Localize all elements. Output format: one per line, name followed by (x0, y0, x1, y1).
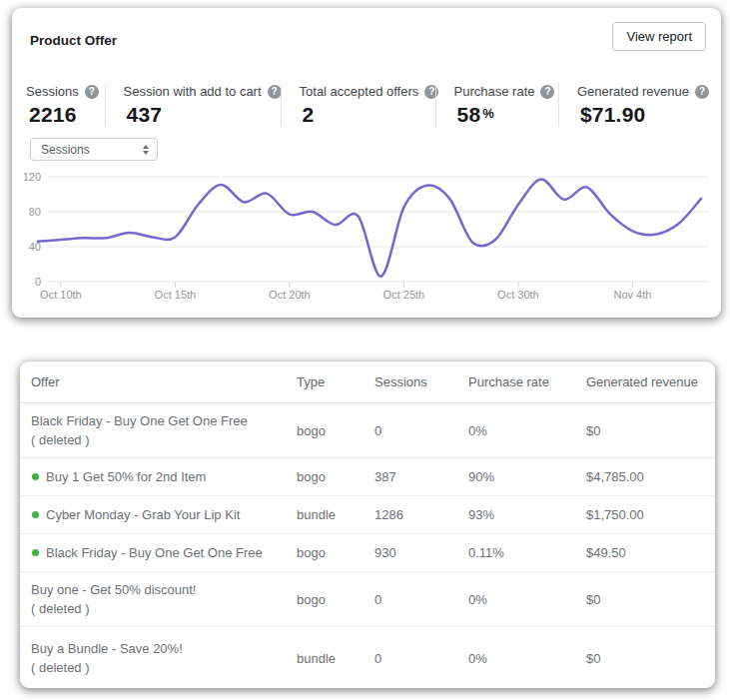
offer-cell: Buy 1 Get 50% for 2nd Item (31, 467, 297, 486)
metric-value: 437 (124, 103, 281, 127)
type-cell: bundle (297, 507, 374, 522)
metric-generated-revenue: Generated revenue ? $71.90 (558, 84, 709, 127)
revenue-cell: $0 (586, 592, 705, 607)
help-icon[interactable]: ? (695, 85, 709, 99)
purchase-rate-cell: 93% (468, 507, 586, 522)
deleted-label: ( deleted ) (31, 430, 248, 449)
y-axis-label: 80 (29, 206, 41, 218)
y-axis-label: 0 (35, 276, 41, 288)
metric-value: 58% (454, 103, 558, 127)
sessions-cell: 387 (374, 469, 468, 484)
metric-value: 2216 (26, 103, 105, 127)
offer-name: Cyber Monday - Grab Your Lip Kit (46, 505, 240, 524)
metric-label: Sessions (26, 84, 79, 99)
active-status-dot (32, 473, 39, 480)
column-header-sessions: Sessions (374, 374, 468, 389)
offer-row: Buy a Bundle - Save 20%!( deleted )bundl… (20, 627, 715, 689)
sessions-cell: 0 (374, 592, 468, 607)
card-header: Product Offer View report (12, 8, 721, 51)
table-header-row: OfferTypeSessionsPurchase rateGenerated … (20, 361, 715, 403)
x-axis-label: Oct 15th (155, 289, 197, 301)
metric-label: Total accepted offers (300, 84, 419, 99)
column-header-generated-revenue: Generated revenue (586, 374, 705, 389)
help-icon[interactable]: ? (268, 85, 282, 99)
type-cell: bogo (297, 469, 374, 484)
metrics-row: Sessions ? 2216 Session with add to cart… (26, 84, 709, 127)
help-icon[interactable]: ? (85, 85, 99, 99)
column-header-type: Type (297, 374, 374, 389)
table-body: Black Friday - Buy One Get One Free( del… (20, 403, 715, 689)
page-title: Product Offer (30, 22, 117, 48)
active-status-dot (32, 511, 39, 518)
revenue-cell: $0 (586, 423, 705, 438)
metric-accepted-offers: Total accepted offers ? 2 (281, 84, 435, 127)
type-cell: bogo (297, 545, 374, 560)
offer-cell: Black Friday - Buy One Get One Free( del… (31, 411, 297, 449)
offer-name: Buy one - Get 50% discount!( deleted ) (31, 580, 196, 618)
metric-add-to-cart: Session with add to cart ? 437 (105, 84, 281, 127)
product-offer-card: Product Offer View report Sessions ? 221… (12, 8, 721, 318)
type-cell: bundle (297, 651, 374, 666)
metric-sessions: Sessions ? 2216 (26, 84, 105, 127)
offer-name: Black Friday - Buy One Get One Free (46, 543, 263, 562)
purchase-rate-cell: 90% (468, 469, 586, 484)
x-axis-label: Oct 30th (497, 289, 539, 301)
revenue-cell: $0 (586, 651, 705, 666)
sessions-cell: 0 (374, 651, 468, 666)
sessions-cell: 0 (374, 423, 468, 438)
type-cell: bogo (297, 592, 374, 607)
metric-label: Session with add to cart (124, 84, 262, 99)
select-updown-icon (143, 145, 149, 155)
chart-metric-select[interactable]: Sessions (30, 138, 158, 161)
offer-row: Buy one - Get 50% discount!( deleted )bo… (20, 572, 715, 627)
offer-row: Buy 1 Get 50% for 2nd Itembogo38790%$4,7… (20, 458, 715, 496)
purchase-rate-cell: 0% (468, 651, 586, 666)
deleted-label: ( deleted ) (31, 599, 196, 618)
purchase-rate-cell: 0% (468, 592, 586, 607)
view-report-button[interactable]: View report (612, 22, 706, 51)
x-axis-label: Oct 10th (40, 289, 82, 301)
metric-value: $71.90 (577, 103, 709, 127)
sessions-series-line (38, 180, 701, 277)
offer-cell: Black Friday - Buy One Get One Free (31, 543, 297, 562)
offer-name: Black Friday - Buy One Get One Free( del… (31, 411, 248, 449)
x-axis-label: Oct 20th (269, 289, 311, 301)
metric-value: 2 (300, 103, 435, 127)
deleted-label: ( deleted ) (31, 658, 183, 677)
offer-row: Black Friday - Buy One Get One Free( del… (20, 403, 715, 458)
x-axis-label: Nov 4th (613, 289, 651, 301)
y-axis-label: 120 (24, 171, 41, 183)
active-status-dot (32, 549, 39, 556)
purchase-rate-cell: 0% (468, 423, 586, 438)
offer-row: Black Friday - Buy One Get One Freebogo9… (20, 534, 715, 572)
type-cell: bogo (297, 423, 374, 438)
help-icon[interactable]: ? (540, 85, 554, 99)
revenue-cell: $49.50 (586, 545, 705, 560)
offers-table-card: OfferTypeSessionsPurchase rateGenerated … (20, 361, 715, 688)
offer-cell: Buy one - Get 50% discount!( deleted ) (31, 580, 297, 618)
offer-name: Buy a Bundle - Save 20%!( deleted ) (31, 639, 183, 677)
metric-purchase-rate: Purchase rate ? 58% (435, 84, 558, 127)
column-header-offer: Offer (31, 374, 297, 389)
metric-label: Purchase rate (454, 84, 535, 99)
purchase-rate-cell: 0.11% (468, 545, 586, 560)
offer-cell: Cyber Monday - Grab Your Lip Kit (31, 505, 297, 524)
x-axis-label: Oct 25th (383, 289, 425, 301)
sessions-cell: 1286 (374, 507, 468, 522)
percent-sign: % (482, 106, 494, 121)
select-value: Sessions (41, 143, 90, 157)
column-header-purchase-rate: Purchase rate (468, 374, 586, 389)
revenue-cell: $4,785.00 (586, 469, 705, 484)
offer-row: Cyber Monday - Grab Your Lip Kitbundle12… (20, 496, 715, 534)
revenue-cell: $1,750.00 (586, 507, 705, 522)
sessions-line-chart: 04080120Oct 10thOct 15thOct 20thOct 25th… (24, 166, 723, 316)
metric-label: Generated revenue (577, 84, 689, 99)
sessions-cell: 930 (374, 545, 468, 560)
offer-cell: Buy a Bundle - Save 20%!( deleted ) (31, 639, 297, 677)
offer-name: Buy 1 Get 50% for 2nd Item (46, 467, 206, 486)
